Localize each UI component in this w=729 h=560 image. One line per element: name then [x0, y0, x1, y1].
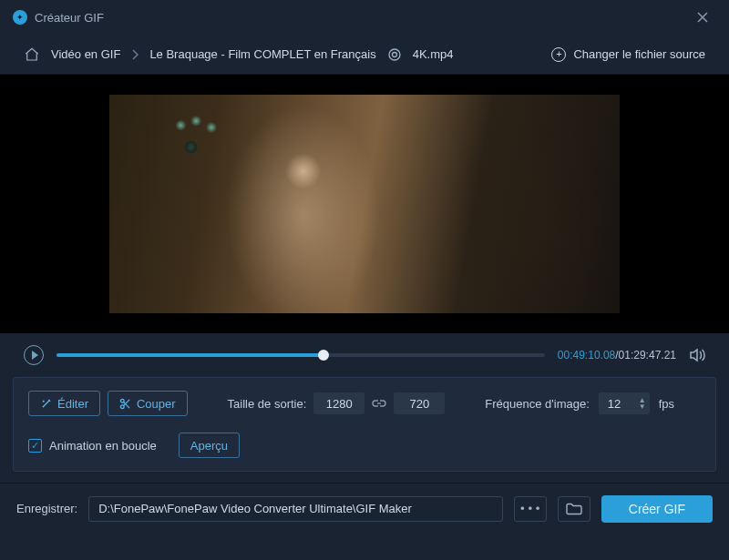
breadcrumb: Vidéo en GIF Le Braquage - Film COMPLET …: [0, 35, 729, 75]
player-controls: 00:49:10.08/01:29:47.21: [0, 333, 729, 377]
fps-value: 12: [608, 397, 633, 411]
checkbox-icon: ✓: [28, 439, 42, 453]
dots-icon: • • •: [520, 502, 539, 515]
stepper-arrows[interactable]: ▲▼: [639, 397, 646, 410]
home-icon[interactable]: [24, 46, 40, 63]
time-current: 00:49:10.08: [558, 349, 615, 361]
browse-button[interactable]: • • •: [514, 496, 547, 522]
timecode: 00:49:10.08/01:29:47.21: [558, 349, 676, 361]
edit-button[interactable]: Éditer: [28, 391, 100, 416]
plus-circle-icon: +: [551, 47, 566, 62]
fps-group: Fréquence d'image: 12 ▲▼ fps: [485, 392, 674, 414]
fps-label: Fréquence d'image:: [485, 397, 590, 411]
play-button[interactable]: [24, 345, 44, 365]
timeline-slider[interactable]: [56, 353, 545, 357]
breadcrumb-ext: 4K.mp4: [413, 47, 454, 61]
chevron-right-icon: [131, 49, 139, 60]
loop-label: Animation en boucle: [49, 439, 157, 453]
link-icon[interactable]: [372, 399, 386, 408]
fps-unit: fps: [659, 397, 674, 411]
timeline-thumb[interactable]: [318, 350, 329, 361]
cut-label: Couper: [137, 397, 176, 411]
fps-stepper[interactable]: 12 ▲▼: [599, 392, 650, 414]
folder-icon: [566, 503, 582, 515]
wand-icon: [40, 398, 52, 410]
svg-point-0: [389, 49, 400, 60]
video-preview-area: [0, 75, 729, 333]
breadcrumb-filename: Le Braquage - Film COMPLET en Français: [149, 47, 375, 61]
svg-point-2: [120, 399, 124, 402]
height-input[interactable]: 720: [394, 392, 445, 414]
close-icon[interactable]: [689, 7, 716, 27]
timeline-fill: [56, 353, 323, 357]
create-gif-button[interactable]: Créer GIF: [601, 495, 713, 523]
window-title: Créateur GIF: [35, 11, 104, 25]
bottom-bar: Enregistrer: D:\FonePaw\FonePaw Video Co…: [0, 483, 729, 534]
change-source-button[interactable]: + Changer le fichier source: [551, 47, 705, 62]
create-gif-label: Créer GIF: [629, 502, 685, 516]
volume-icon[interactable]: [689, 348, 705, 362]
output-size-label: Taille de sortie:: [228, 397, 307, 411]
cut-button[interactable]: Couper: [108, 391, 188, 416]
loop-checkbox[interactable]: ✓ Animation en boucle: [28, 439, 157, 453]
svg-point-1: [392, 52, 396, 56]
preview-button[interactable]: Aperçu: [179, 433, 240, 458]
save-label: Enregistrer:: [16, 502, 77, 515]
titlebar: ✦ Créateur GIF: [0, 0, 729, 35]
time-total: 01:29:47.21: [619, 349, 676, 361]
controls-panel: Éditer Couper Taille de sortie: 1280 720…: [13, 377, 716, 472]
preview-label: Aperçu: [190, 439, 228, 453]
video-frame[interactable]: [109, 95, 620, 313]
width-input[interactable]: 1280: [313, 392, 364, 414]
save-path-input[interactable]: D:\FonePaw\FonePaw Video Converter Ultim…: [88, 496, 503, 522]
output-size-group: Taille de sortie: 1280 720: [228, 392, 446, 414]
svg-point-3: [120, 404, 124, 408]
scissors-icon: [119, 398, 131, 410]
edit-label: Éditer: [57, 397, 88, 411]
app-icon: ✦: [13, 10, 27, 25]
breadcrumb-level1[interactable]: Vidéo en GIF: [51, 47, 120, 61]
open-folder-button[interactable]: [558, 496, 590, 522]
change-source-label: Changer le fichier source: [573, 47, 705, 61]
target-icon: [387, 47, 402, 62]
